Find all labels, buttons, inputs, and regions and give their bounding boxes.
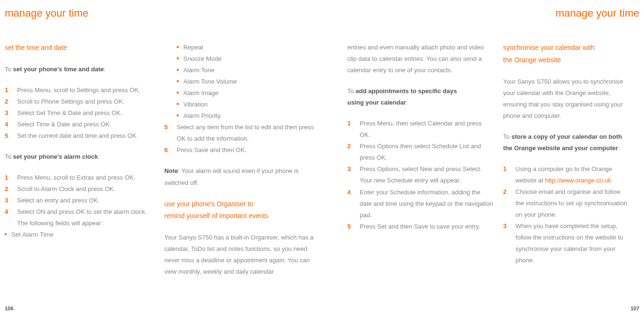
- intro-bold-l1: add appointments to specific days: [356, 87, 457, 95]
- page-title-right: manage your time: [556, 4, 639, 23]
- intro-prefix: To: [5, 153, 13, 160]
- intro-suffix: :: [98, 153, 100, 160]
- step-item: Press Menu, scroll to Settings and press…: [5, 85, 155, 96]
- intro-bold-l2: using your calendar: [347, 99, 406, 106]
- organiser-paragraph-cont: entries and even manually attach photo a…: [347, 42, 494, 76]
- steps-alarm: Press Menu, scroll to Extras and press O…: [5, 172, 155, 240]
- alarm-fields-list: Repeat Snooze Mode Alarm Tone Alarm Tone…: [164, 42, 314, 122]
- step-item: Press Options then select Schedule List …: [347, 141, 494, 163]
- orange-link: http://www.orange.co.uk: [545, 177, 611, 184]
- intro-store-copy: To store a copy of your calendar on both…: [503, 131, 630, 154]
- page-number-left: 106: [5, 304, 13, 313]
- steps-appointments: Press Menu, then select Calendar and pre…: [347, 118, 494, 232]
- note-text: : Your alarm will sound even if your pho…: [164, 167, 299, 186]
- intro-bold: set your phone's alarm clock: [13, 153, 98, 160]
- note-label: Note: [164, 167, 178, 174]
- intro-prefix: To: [503, 133, 511, 140]
- intro-time-date: To set your phone's time and date:: [5, 64, 155, 75]
- steps-time-date: Press Menu, scroll to Settings and press…: [5, 85, 155, 142]
- intro-bold-l2: the Orange website and your computer: [503, 144, 618, 152]
- step-item: When you have completed the setup, follo…: [503, 220, 630, 266]
- list-item: Snooze Mode: [176, 53, 314, 65]
- section-title-sync: synchronise your calendar with the Orang…: [503, 42, 630, 67]
- section-title-time-date: set the time and date: [5, 42, 155, 54]
- list-item: Vibration: [176, 99, 314, 110]
- step-item: Press Save and then OK.: [164, 144, 314, 156]
- step-item: Select ON and press OK to set the alarm …: [5, 206, 155, 240]
- step-item: Select any item from the list to edit an…: [164, 122, 314, 144]
- intro-suffix: :: [104, 66, 106, 73]
- organiser-paragraph: Your Sanyo S750 has a built-in Organiser…: [164, 232, 314, 278]
- steps-alarm-cont: Select any item from the list to edit an…: [164, 122, 314, 156]
- intro-suffix: :: [406, 99, 408, 106]
- intro-bold-l1: store a copy of your calendar on both: [511, 133, 622, 140]
- step-item: Enter your Schedule information, adding …: [347, 187, 494, 221]
- list-item: Alarm Tone Volume: [176, 76, 314, 87]
- note-paragraph: Note: Your alarm will sound even if your…: [164, 165, 314, 188]
- step-item: Press Options, select New and press Sele…: [347, 163, 494, 186]
- title-line1: use your phone's Organiser to: [164, 200, 253, 208]
- section-title-organiser: use your phone's Organiser to remind you…: [164, 198, 314, 223]
- step-item: Using a computer go to the Orange websit…: [503, 163, 630, 186]
- sub-item: Set Alarm Time: [5, 229, 155, 240]
- title-line2: the Orange website: [503, 56, 561, 64]
- steps-sync: Using a computer go to the Orange websit…: [503, 163, 630, 266]
- step-item: Scroll to Alarm Clock and press OK.: [5, 183, 155, 195]
- step-item: Select an entry and press OK.: [5, 195, 155, 206]
- step-item: Choose email and organise and follow the…: [503, 186, 630, 220]
- column-gap: [324, 42, 347, 278]
- step-item: Set the current date and time and press …: [5, 130, 155, 142]
- column-2: Repeat Snooze Mode Alarm Tone Alarm Tone…: [164, 42, 323, 278]
- step-item: Scroll to Phone Settings and press OK.: [5, 96, 155, 107]
- intro-alarm: To set your phone's alarm clock:: [5, 151, 155, 163]
- intro-prefix: To: [347, 87, 355, 95]
- column-1: set the time and date To set your phone'…: [5, 42, 164, 278]
- column-4: synchronise your calendar with the Orang…: [503, 42, 639, 278]
- list-item: Repeat: [176, 42, 314, 53]
- title-line2: remind yourself of important events: [164, 212, 268, 220]
- list-item: Alarm Tone: [176, 65, 314, 76]
- intro-suffix: :: [618, 144, 620, 152]
- step-item: Press Menu, scroll to Extras and press O…: [5, 172, 155, 183]
- sync-paragraph: Your Sanyo S750 allows you to synchronis…: [503, 76, 630, 122]
- step-text: Select ON and press OK to set the alarm …: [17, 208, 146, 227]
- intro-prefix: To: [5, 66, 13, 73]
- step-item: Press Set and then Save to save your ent…: [347, 221, 494, 232]
- step-item: Select Time & Date and press OK.: [5, 119, 155, 130]
- page-number-right: 107: [631, 304, 639, 313]
- alarm-sublist: Set Alarm Time: [5, 229, 155, 240]
- intro-appointments: To add appointments to specific daysusin…: [347, 86, 494, 108]
- list-item: Alarm Image: [176, 87, 314, 99]
- title-line1: synchronise your calendar with: [503, 44, 595, 51]
- step-item: Press Menu, then select Calendar and pre…: [347, 118, 494, 141]
- intro-bold: set your phone's time and date: [13, 66, 104, 73]
- step-item: Select Set Time & Date and press OK.: [5, 107, 155, 119]
- content-columns: set the time and date To set your phone'…: [5, 42, 639, 278]
- page-title-left: manage your time: [5, 4, 88, 23]
- column-3: entries and even manually attach photo a…: [347, 42, 503, 278]
- list-item: Alarm Priority.: [176, 110, 314, 122]
